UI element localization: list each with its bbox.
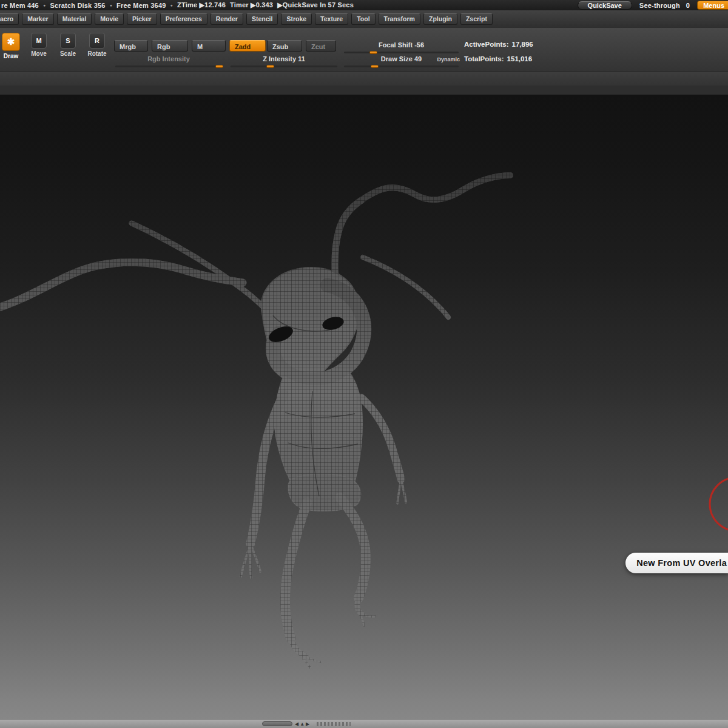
menu-item-zplugin[interactable]: Zplugin [423, 13, 457, 25]
ztime-readout: ZTime ▶12.746 [177, 1, 226, 9]
toolbar-extension [0, 72, 728, 86]
active-points-value: 17,896 [512, 41, 533, 48]
zadd-button[interactable]: Zadd [229, 40, 266, 52]
wireframe-creature-model [0, 95, 728, 719]
menu-item-material[interactable]: Material [57, 13, 92, 25]
uv-overlay-tooltip: New From UV Overla [625, 553, 728, 573]
scroll-arrows[interactable]: ◀▲▶ [295, 720, 311, 728]
menu-item-macro[interactable]: acro [0, 13, 19, 25]
z-intensity-handle[interactable] [266, 65, 274, 68]
draw-brush-icon: ✱ [2, 33, 20, 51]
quicksave-countdown: ▶QuickSave In 57 Secs [277, 1, 354, 9]
total-points-label: TotalPoints: [464, 55, 504, 62]
scrollbar-hatch [317, 722, 351, 726]
menu-item-preferences[interactable]: Preferences [160, 13, 207, 25]
move-icon: M [31, 33, 47, 49]
total-points-value: 151,016 [507, 55, 533, 62]
bullet-separator-icon: ● [110, 0, 112, 10]
status-segment: Free Mem 3649 [116, 2, 166, 9]
bullet-separator-icon: ● [170, 0, 173, 10]
draw-size-handle[interactable] [371, 65, 379, 68]
menu-item-zscript[interactable]: Zscript [460, 13, 493, 25]
tool-rotate[interactable]: R Rotate [85, 33, 109, 57]
rgb-intensity-label: Rgb Intensity [147, 55, 190, 62]
menu-item-movie[interactable]: Movie [95, 13, 124, 25]
rgb-button[interactable]: Rgb [152, 40, 188, 52]
menu-bar: acro Marker Material Movie Picker Prefer… [0, 10, 728, 29]
m-button[interactable]: M [192, 40, 226, 52]
menu-item-render[interactable]: Render [211, 13, 243, 25]
memory-status: re Mem 446 ● Scratch Disk 356 ● Free Mem… [1, 0, 354, 10]
zsub-button[interactable]: Zsub [267, 40, 302, 52]
rgb-intensity-slider[interactable]: Rgb Intensity [114, 54, 223, 64]
see-through-slider[interactable]: See-through 0 [639, 2, 690, 9]
menu-item-texture[interactable]: Texture [315, 13, 348, 25]
z-intensity-label: Z Intensity 11 [263, 55, 305, 62]
tool-move[interactable]: M Move [27, 33, 51, 57]
top-shelf-toolbar: ✱ Draw M Move S Scale R Rotate Mrgb Rgb … [0, 28, 728, 72]
menus-button[interactable]: Menus [697, 1, 728, 10]
horizontal-scrollbar[interactable]: ◀▲▶ [0, 719, 728, 728]
menu-item-tool[interactable]: Tool [351, 13, 375, 25]
tool-scale[interactable]: S Scale [56, 33, 80, 57]
tool-rotate-label: Rotate [85, 50, 109, 57]
tool-draw-label: Draw [0, 53, 23, 59]
dynamic-toggle[interactable]: Dynamic [428, 56, 460, 62]
scale-icon: S [60, 33, 76, 49]
quicksave-button[interactable]: QuickSave [578, 1, 632, 10]
scroll-right-icon[interactable]: ▶ [306, 721, 311, 727]
menu-item-picker[interactable]: Picker [127, 13, 157, 25]
tool-scale-label: Scale [56, 50, 80, 57]
scroll-up-icon[interactable]: ▲ [300, 721, 306, 727]
menu-item-stencil[interactable]: Stencil [246, 13, 278, 25]
focal-shift-slider[interactable]: Focal Shift -56 [343, 40, 460, 50]
scroll-left-icon[interactable]: ◀ [295, 721, 300, 727]
zcut-button[interactable]: Zcut [306, 40, 336, 52]
rgb-intensity-handle[interactable] [215, 65, 223, 68]
sculpt-canvas[interactable] [0, 95, 728, 719]
see-through-value: 0 [686, 2, 690, 9]
draw-size-label: Draw Size 49 [381, 55, 422, 62]
model-viewport[interactable] [0, 95, 728, 719]
focal-shift-label: Focal Shift -56 [379, 41, 424, 49]
status-segment: re Mem 446 [1, 2, 39, 9]
active-points-label: ActivePoints: [464, 41, 509, 48]
status-bar: re Mem 446 ● Scratch Disk 356 ● Free Mem… [0, 0, 728, 11]
rotate-icon: R [89, 33, 105, 49]
z-intensity-slider[interactable]: Z Intensity 11 [229, 54, 339, 64]
tool-move-label: Move [27, 50, 51, 57]
scrollbar-thumb[interactable] [262, 721, 292, 726]
document-top-edge [0, 86, 728, 95]
see-through-label: See-through [639, 2, 680, 9]
timer-readout: Timer ▶0.343 [230, 1, 273, 9]
focal-shift-handle[interactable] [369, 51, 377, 54]
menu-item-stroke[interactable]: Stroke [281, 13, 312, 25]
bullet-separator-icon: ● [43, 0, 46, 10]
tool-draw[interactable]: ✱ Draw [0, 33, 23, 59]
menu-item-transform[interactable]: Transform [379, 13, 420, 25]
menu-item-marker[interactable]: Marker [22, 13, 53, 25]
status-segment: Scratch Disk 356 [50, 2, 105, 9]
mrgb-button[interactable]: Mrgb [114, 40, 148, 52]
